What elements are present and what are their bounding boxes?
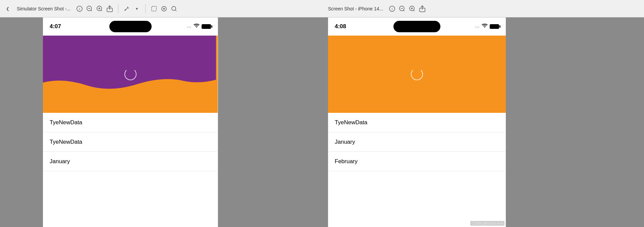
left-status-time: 4:07: [50, 23, 61, 30]
left-list-item-2: TyeNewData: [43, 132, 218, 152]
right-status-time: 4:08: [335, 23, 346, 30]
svg-line-25: [414, 10, 415, 11]
toolbar-divider-1: [118, 4, 118, 13]
svg-text:i: i: [79, 7, 80, 11]
left-list-item-3: January: [43, 152, 218, 171]
right-list-item-1-text: TyeNewData: [335, 119, 367, 126]
toolbar: ❮ Simulator Screen Shot -... i ▾: [0, 0, 644, 17]
right-list-item-1: TyeNewData: [328, 113, 506, 132]
left-status-bar: 4:07 ···: [43, 17, 218, 36]
left-list-item-2-text: TyeNewData: [50, 139, 82, 145]
toolbar-right-section: Screen Shot - iPhone 14... i: [319, 5, 640, 12]
right-signal-icon: ···: [475, 24, 480, 29]
left-battery-icon: [202, 24, 211, 29]
rect-select-icon[interactable]: [150, 5, 158, 12]
left-list-item-1-text: TyeNewData: [50, 119, 82, 126]
svg-text:i: i: [392, 7, 393, 11]
edit-dropdown-icon[interactable]: ▾: [133, 5, 141, 12]
back-chevron-icon[interactable]: ❮: [4, 5, 11, 12]
right-phone-panel: 4:08 ··· TyeNewD: [328, 17, 506, 227]
svg-line-21: [404, 10, 405, 11]
right-wifi-icon: [482, 24, 488, 30]
right-status-icons: ···: [475, 24, 499, 30]
toolbar-divider-2: [145, 4, 146, 13]
svg-line-8: [101, 10, 102, 11]
right-list-item-3: February: [328, 152, 506, 171]
watermark: CSDN @GotoLevel: [470, 221, 504, 226]
left-list-item-3-text: January: [50, 158, 70, 165]
right-list-area: TyeNewData January February: [328, 113, 506, 227]
left-phone-panel: 4:07 ···: [43, 17, 218, 227]
left-chart-area: [43, 36, 218, 113]
right-status-bar: 4:08 ···: [328, 17, 506, 36]
share-icon-left[interactable]: [106, 5, 113, 12]
right-chart-area: [328, 36, 506, 113]
svg-point-13: [162, 6, 166, 11]
left-loading-spinner: [124, 68, 137, 80]
zoom-out-icon-right[interactable]: [398, 5, 406, 12]
left-signal-icon: ···: [187, 24, 192, 29]
main-area: 4:07 ···: [0, 17, 644, 227]
right-list-item-2-text: January: [335, 139, 355, 145]
left-dynamic-island: [109, 21, 152, 32]
markup-icon[interactable]: [160, 5, 168, 12]
left-list-item-1: TyeNewData: [43, 113, 218, 132]
svg-line-16: [175, 10, 176, 11]
toolbar-left-section: ❮ Simulator Screen Shot -... i ▾: [4, 4, 319, 13]
right-window-title: Screen Shot - iPhone 14...: [328, 6, 383, 11]
left-orange-edge: [216, 36, 218, 113]
svg-line-4: [91, 10, 92, 11]
right-loading-spinner: [411, 68, 423, 80]
left-window-title: Simulator Screen Shot -...: [17, 6, 70, 11]
right-list-item-3-text: February: [335, 158, 358, 165]
left-wifi-icon: [194, 24, 200, 30]
svg-point-14: [163, 8, 165, 9]
search-icon-left[interactable]: [170, 5, 178, 12]
zoom-out-icon-left[interactable]: [86, 5, 93, 12]
info-icon-right[interactable]: i: [388, 5, 396, 12]
left-status-icons: ···: [187, 24, 211, 30]
svg-point-15: [172, 6, 176, 10]
edit-pencil-icon[interactable]: [123, 5, 130, 12]
zoom-in-icon-left[interactable]: [96, 5, 103, 12]
share-icon-right[interactable]: [419, 5, 426, 12]
right-list-item-2: January: [328, 132, 506, 152]
zoom-in-icon-right[interactable]: [409, 5, 416, 12]
left-list-area: TyeNewData TyeNewData January: [43, 113, 218, 227]
info-icon-left[interactable]: i: [76, 5, 83, 12]
svg-rect-12: [152, 6, 156, 11]
right-dynamic-island: [393, 21, 440, 32]
right-battery-icon: [490, 24, 499, 29]
